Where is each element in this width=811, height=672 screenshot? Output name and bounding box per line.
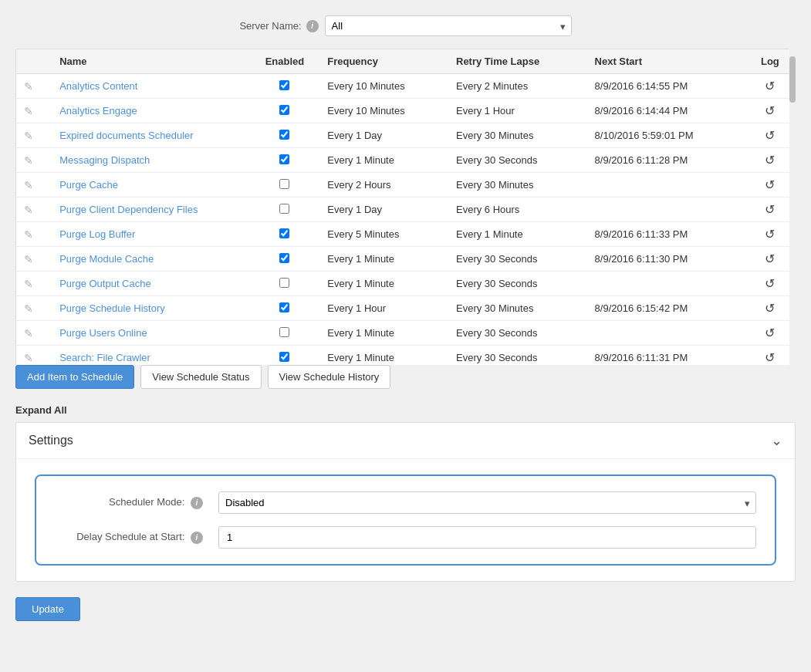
log-icon[interactable]: ↺ xyxy=(765,177,775,192)
edit-icon[interactable]: ✎ xyxy=(24,278,33,290)
row-name: Messaging Dispatch xyxy=(52,148,250,173)
enabled-checkbox[interactable] xyxy=(279,130,289,140)
delay-schedule-input[interactable] xyxy=(218,526,756,549)
row-name-link[interactable]: Purge Schedule History xyxy=(59,302,165,314)
edit-icon[interactable]: ✎ xyxy=(24,130,33,142)
update-button[interactable]: Update xyxy=(15,597,80,621)
server-info-icon: i xyxy=(306,20,319,32)
enabled-checkbox[interactable] xyxy=(279,302,289,312)
log-icon[interactable]: ↺ xyxy=(765,79,775,93)
row-retry: Every 30 Minutes xyxy=(448,173,587,198)
edit-icon[interactable]: ✎ xyxy=(24,80,33,93)
row-next-start: 8/9/2016 6:15:42 PM xyxy=(587,296,745,321)
row-next-start xyxy=(587,272,745,296)
edit-icon[interactable]: ✎ xyxy=(24,105,33,117)
edit-cell: ✎ xyxy=(16,198,52,222)
row-name: Purge Log Buffer xyxy=(52,222,250,247)
log-icon[interactable]: ↺ xyxy=(765,128,775,143)
row-frequency: Every 2 Hours xyxy=(319,173,448,198)
scrollbar-track[interactable] xyxy=(789,49,796,365)
log-icon[interactable]: ↺ xyxy=(765,301,775,316)
col-enabled-header: Enabled xyxy=(250,49,320,74)
enabled-checkbox[interactable] xyxy=(279,327,289,337)
row-name: Analytics Engage xyxy=(52,99,250,123)
enabled-checkbox[interactable] xyxy=(279,154,289,164)
enabled-checkbox[interactable] xyxy=(279,204,289,214)
table-row: ✎Analytics EngageEvery 10 MinutesEvery 1… xyxy=(16,99,795,123)
row-next-start: 8/9/2016 6:14:44 PM xyxy=(587,99,745,123)
log-icon[interactable]: ↺ xyxy=(765,202,775,217)
server-select[interactable]: All Server 1 Server 2 xyxy=(325,15,572,36)
edit-cell: ✎ xyxy=(16,74,52,99)
row-enabled xyxy=(250,222,320,247)
enabled-checkbox[interactable] xyxy=(279,352,289,362)
log-icon[interactable]: ↺ xyxy=(765,103,775,118)
edit-icon[interactable]: ✎ xyxy=(24,327,33,339)
log-icon[interactable]: ↺ xyxy=(765,227,775,241)
log-icon[interactable]: ↺ xyxy=(765,252,775,266)
edit-cell: ✎ xyxy=(16,99,52,123)
row-name-link[interactable]: Messaging Dispatch xyxy=(59,154,150,166)
row-next-start: 8/9/2016 6:11:28 PM xyxy=(587,148,745,173)
delay-info-icon: i xyxy=(191,532,203,544)
row-name-link[interactable]: Purge Output Cache xyxy=(59,278,151,289)
col-frequency-header: Frequency xyxy=(319,49,448,74)
enabled-checkbox[interactable] xyxy=(279,278,289,288)
table-header-row: Name Enabled Frequency Retry Time Lapse … xyxy=(16,49,795,74)
action-buttons-row: Add Item to Schedule View Schedule Statu… xyxy=(15,365,796,389)
row-next-start xyxy=(587,173,745,198)
log-icon[interactable]: ↺ xyxy=(765,276,775,291)
row-retry: Every 1 Hour xyxy=(448,99,587,123)
row-frequency: Every 1 Minute xyxy=(319,346,448,366)
view-status-button[interactable]: View Schedule Status xyxy=(140,365,261,389)
row-enabled xyxy=(250,99,320,123)
table-row: ✎Purge CacheEvery 2 HoursEvery 30 Minute… xyxy=(16,173,795,198)
table-row: ✎Expired documents SchedulerEvery 1 DayE… xyxy=(16,123,795,148)
edit-icon[interactable]: ✎ xyxy=(24,154,33,167)
row-name-link[interactable]: Search: File Crawler xyxy=(59,352,150,363)
enabled-checkbox[interactable] xyxy=(279,105,289,115)
enabled-checkbox[interactable] xyxy=(279,179,289,189)
edit-icon[interactable]: ✎ xyxy=(24,253,33,265)
row-frequency: Every 1 Minute xyxy=(319,272,448,296)
row-retry: Every 30 Seconds xyxy=(448,272,587,296)
row-enabled xyxy=(250,346,320,366)
settings-header[interactable]: Settings ⌄ xyxy=(16,423,795,459)
row-enabled xyxy=(250,272,320,296)
add-item-button[interactable]: Add Item to Schedule xyxy=(15,365,134,389)
row-name-link[interactable]: Purge Users Online xyxy=(59,327,147,339)
row-name-link[interactable]: Purge Client Dependency Files xyxy=(59,204,198,215)
log-icon[interactable]: ↺ xyxy=(765,153,775,167)
edit-icon[interactable]: ✎ xyxy=(24,228,33,241)
row-name: Purge Client Dependency Files xyxy=(52,198,250,222)
row-name-link[interactable]: Analytics Content xyxy=(59,80,137,92)
col-edit-header xyxy=(16,49,52,74)
row-name-link[interactable]: Purge Module Cache xyxy=(59,253,154,265)
expand-all-link[interactable]: Expand All xyxy=(15,404,796,416)
row-next-start: 8/9/2016 6:11:33 PM xyxy=(587,222,745,247)
view-history-button[interactable]: View Schedule History xyxy=(268,365,391,389)
row-name-link[interactable]: Purge Cache xyxy=(59,179,118,191)
scrollbar-thumb[interactable] xyxy=(789,56,796,103)
row-name-link[interactable]: Purge Log Buffer xyxy=(59,228,135,240)
row-log: ↺ xyxy=(745,198,795,222)
table-row: ✎Purge Log BufferEvery 5 MinutesEvery 1 … xyxy=(16,222,795,247)
row-log: ↺ xyxy=(745,173,795,198)
row-name-link[interactable]: Analytics Engage xyxy=(59,105,137,117)
scheduler-mode-select[interactable]: Disabled Enabled Remote xyxy=(218,491,756,514)
row-next-start: 8/9/2016 6:14:55 PM xyxy=(587,74,745,99)
edit-icon[interactable]: ✎ xyxy=(24,302,33,315)
scheduler-mode-row: Scheduler Mode: i Disabled Enabled Remot… xyxy=(55,491,756,514)
edit-icon[interactable]: ✎ xyxy=(24,179,33,191)
row-name-link[interactable]: Expired documents Scheduler xyxy=(59,130,193,141)
settings-inner-box: Scheduler Mode: i Disabled Enabled Remot… xyxy=(35,474,776,566)
log-icon[interactable]: ↺ xyxy=(765,350,775,365)
edit-cell: ✎ xyxy=(16,321,52,346)
log-icon[interactable]: ↺ xyxy=(765,326,775,340)
enabled-checkbox[interactable] xyxy=(279,253,289,263)
edit-icon[interactable]: ✎ xyxy=(24,204,33,216)
enabled-checkbox[interactable] xyxy=(279,228,289,238)
server-select-wrapper: All Server 1 Server 2 xyxy=(325,15,572,36)
enabled-checkbox[interactable] xyxy=(279,80,289,90)
edit-icon[interactable]: ✎ xyxy=(24,352,33,364)
